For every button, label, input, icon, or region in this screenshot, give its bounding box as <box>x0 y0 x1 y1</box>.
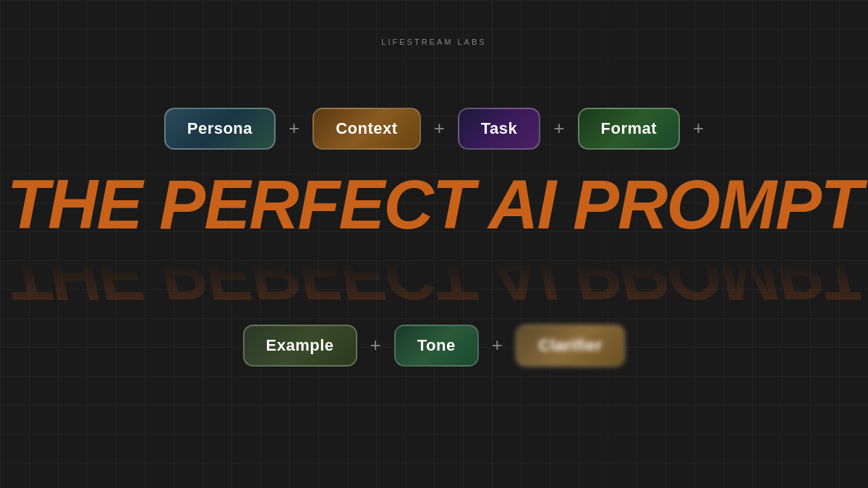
pill-example: Example <box>243 325 357 367</box>
main-container: LIFESTREAM LABS Persona + Context + Task… <box>0 0 868 488</box>
plus-2: + <box>434 117 445 140</box>
pill-tone-label: Tone <box>417 336 456 355</box>
headline-text: THE PERFECT AI PROMPT <box>7 170 861 239</box>
headline-wrapper: THE PERFECT AI PROMPT THE PERFECT AI PRO… <box>7 170 861 310</box>
pill-context-label: Context <box>336 119 397 138</box>
pill-format-label: Format <box>601 119 658 138</box>
pill-context: Context <box>312 108 420 150</box>
headline-reflection: THE PERFECT AI PROMPT <box>7 241 861 310</box>
pill-format: Format <box>578 108 681 150</box>
pill-tone: Tone <box>394 325 479 367</box>
pill-clarifier: Clarifier <box>516 325 626 367</box>
plus-5: + <box>370 334 381 356</box>
brand-label: LIFESTREAM LABS <box>381 38 486 46</box>
plus-3: + <box>553 117 564 140</box>
plus-1: + <box>289 117 299 140</box>
pill-persona: Persona <box>164 108 276 150</box>
pill-persona-label: Persona <box>187 119 252 138</box>
pill-clarifier-label: Clarifier <box>539 336 603 355</box>
plus-4: + <box>693 117 704 140</box>
bottom-pills-row: Example + Tone + Clarifier <box>243 325 626 367</box>
pill-task-label: Task <box>481 119 518 138</box>
pill-task: Task <box>458 108 541 150</box>
pill-example-label: Example <box>266 336 334 355</box>
plus-6: + <box>492 334 503 356</box>
top-pills-row: Persona + Context + Task + Format + <box>164 108 705 150</box>
